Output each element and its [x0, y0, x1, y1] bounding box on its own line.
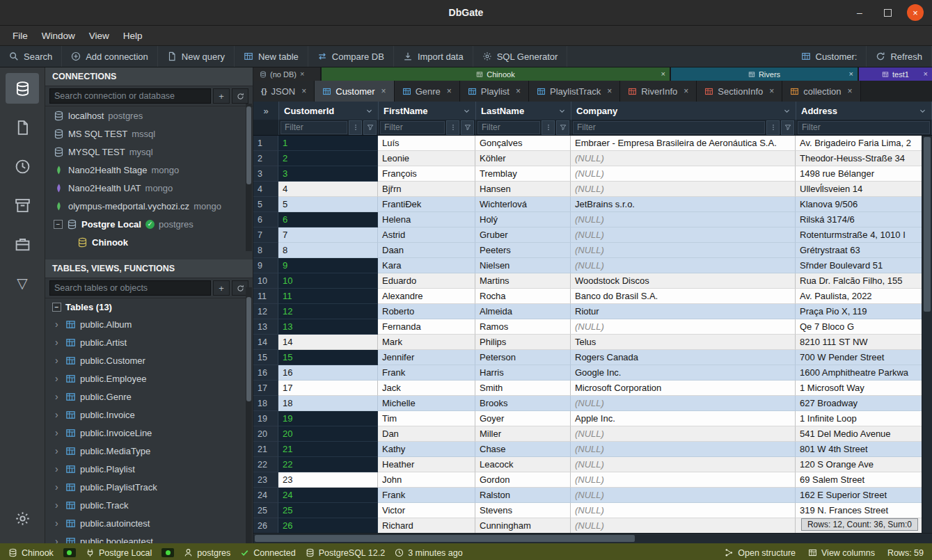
table-cell[interactable]: 22: [278, 457, 378, 472]
table-cell[interactable]: Michelle: [378, 396, 475, 411]
table-cell[interactable]: 18: [278, 396, 378, 411]
table-cell[interactable]: (NULL): [571, 396, 796, 411]
connection-item[interactable]: localhostpostgres: [45, 106, 253, 125]
table-item-public-track[interactable]: ›public.Track: [45, 496, 253, 514]
connection-item[interactable]: MYSQL TESTmysql: [45, 143, 253, 161]
table-cell[interactable]: 1600 Amphitheatre Parkwa: [796, 365, 932, 381]
table-cell[interactable]: (NULL): [571, 518, 796, 533]
filter-menu-button[interactable]: [446, 120, 459, 135]
sidebar-item-archive[interactable]: [6, 190, 39, 221]
table-cell[interactable]: Martins: [475, 273, 571, 289]
close-icon[interactable]: ×: [607, 87, 612, 95]
table-cell[interactable]: Frank: [378, 365, 475, 381]
table-cell[interactable]: 2: [278, 151, 378, 166]
menu-item-file[interactable]: File: [6, 29, 35, 43]
chevron-down-icon[interactable]: [783, 107, 791, 115]
table-cell[interactable]: Apple Inc.: [571, 411, 796, 426]
table-cell[interactable]: Microsoft Corporation: [571, 381, 796, 396]
table-cell[interactable]: 1 Infinite Loop: [796, 411, 932, 426]
table-cell[interactable]: Qe 7 Bloco G: [796, 319, 932, 335]
tab-playlisttrack[interactable]: PlaylistTrack×: [529, 81, 620, 102]
table-cell[interactable]: Woodstock Discos: [571, 273, 796, 289]
table-cell[interactable]: Jack: [378, 381, 475, 396]
table-cell[interactable]: Av. Brigadeiro Faria Lima, 2: [796, 136, 932, 151]
close-icon[interactable]: ×: [447, 87, 452, 95]
table-cell[interactable]: 16: [278, 365, 378, 381]
table-cell[interactable]: Riotur: [571, 304, 796, 319]
row-number[interactable]: 23: [253, 472, 278, 488]
table-cell[interactable]: Eduardo: [378, 273, 475, 289]
table-cell[interactable]: Almeida: [475, 304, 571, 319]
db-group-chinook[interactable]: Chinook×: [322, 67, 670, 81]
sidebar-item-connections[interactable]: [6, 73, 39, 104]
menu-item-window[interactable]: Window: [35, 29, 82, 43]
table-cell[interactable]: 5: [278, 197, 378, 212]
table-cell[interactable]: (NULL): [571, 503, 796, 518]
table-cell[interactable]: Heather: [378, 457, 475, 472]
table-cell[interactable]: Dan: [378, 426, 475, 442]
filter-funnel-button[interactable]: [556, 120, 569, 135]
sidebar-item-files[interactable]: [6, 112, 39, 143]
table-cell[interactable]: Brooks: [475, 396, 571, 411]
table-item-public-album[interactable]: ›public.Album: [45, 315, 253, 333]
tab-genre[interactable]: Genre×: [395, 81, 460, 102]
row-number[interactable]: 22: [253, 457, 278, 472]
filter-menu-button[interactable]: [766, 120, 780, 135]
table-cell[interactable]: 21: [278, 442, 378, 457]
row-number[interactable]: 10: [253, 273, 278, 289]
row-number[interactable]: 12: [253, 304, 278, 319]
table-cell[interactable]: 69 Salem Street: [796, 472, 932, 488]
chevron-down-icon[interactable]: [558, 107, 566, 115]
table-cell[interactable]: Helena: [378, 212, 475, 227]
row-number[interactable]: 20: [253, 426, 278, 442]
table-cell[interactable]: Rocha: [475, 289, 571, 304]
table-cell[interactable]: (NULL): [571, 472, 796, 488]
table-cell[interactable]: (NULL): [571, 227, 796, 243]
table-cell[interactable]: Astrid: [378, 227, 475, 243]
row-number[interactable]: 5: [253, 197, 278, 212]
row-number[interactable]: 2: [253, 151, 278, 166]
filter-funnel-button[interactable]: [363, 120, 377, 135]
table-cell[interactable]: Philips: [475, 335, 571, 350]
menu-item-help[interactable]: Help: [116, 29, 150, 43]
table-cell[interactable]: Sřnder Boulevard 51: [796, 258, 932, 273]
row-number[interactable]: 26: [253, 518, 278, 533]
close-icon[interactable]: ×: [301, 87, 306, 95]
filter-input[interactable]: [573, 121, 765, 134]
table-cell[interactable]: Ullevĺlsveien 14: [796, 182, 932, 197]
sidebar-item-settings[interactable]: [6, 503, 39, 534]
table-cell[interactable]: Av. Paulista, 2022: [796, 289, 932, 304]
chevron-right-icon[interactable]: ›: [55, 337, 61, 348]
table-item-public-mediatype[interactable]: ›public.MediaType: [45, 442, 253, 460]
tab-customer[interactable]: Customer×: [315, 81, 394, 102]
table-cell[interactable]: Miller: [475, 426, 571, 442]
table-item-public-playlisttrack[interactable]: ›public.PlaylistTrack: [45, 478, 253, 496]
chevron-down-icon[interactable]: [919, 107, 926, 115]
table-cell[interactable]: Theodor-Heuss-Straße 34: [796, 151, 932, 166]
sidebar-item-plugins[interactable]: [6, 229, 39, 259]
close-icon[interactable]: ×: [516, 87, 521, 95]
tab-json[interactable]: {}JSON×: [253, 81, 315, 102]
filter-input[interactable]: [477, 121, 540, 134]
toolbar-button-import-data[interactable]: Import data: [394, 46, 473, 67]
connection-item[interactable]: −Postgre Local✓postgres: [45, 215, 253, 233]
chevron-right-icon[interactable]: ›: [55, 427, 61, 438]
table-cell[interactable]: (NULL): [571, 488, 796, 503]
table-cell[interactable]: (NULL): [571, 426, 796, 442]
table-cell[interactable]: 6: [278, 212, 378, 227]
chevron-right-icon[interactable]: ›: [55, 463, 61, 474]
table-cell[interactable]: Ramos: [475, 319, 571, 335]
grid-corner-button[interactable]: »: [253, 102, 279, 120]
chevron-right-icon[interactable]: ›: [55, 391, 61, 402]
tables-scrollbar-thumb[interactable]: [246, 297, 251, 401]
table-cell[interactable]: 14: [278, 335, 378, 350]
table-cell[interactable]: Kara: [378, 258, 475, 273]
table-cell[interactable]: Leonie: [378, 151, 475, 166]
filter-input[interactable]: [798, 121, 930, 134]
connection-item[interactable]: Nano2Health Stagemongo: [45, 161, 253, 179]
collapse-icon[interactable]: −: [54, 220, 63, 229]
chevron-down-icon[interactable]: [463, 107, 471, 115]
filter-input[interactable]: [281, 121, 347, 134]
table-cell[interactable]: 700 W Pender Street: [796, 350, 932, 365]
table-cell[interactable]: 1498 rue Bélanger: [796, 166, 932, 182]
